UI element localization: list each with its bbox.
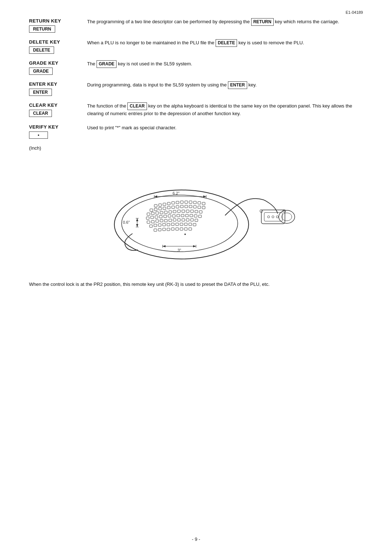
- page: E1-04189 RETURN KEY RETURN The programmi…: [0, 0, 392, 555]
- svg-rect-62: [186, 219, 189, 221]
- svg-rect-13: [202, 202, 205, 205]
- enter-inline-key: ENTER: [228, 81, 247, 89]
- svg-rect-84: [189, 228, 192, 230]
- svg-rect-78: [163, 228, 166, 231]
- svg-rect-3: [159, 204, 162, 206]
- svg-rect-45: [168, 215, 171, 217]
- svg-rect-58: [169, 219, 172, 222]
- svg-rect-18: [167, 206, 170, 209]
- svg-rect-4: [163, 203, 166, 206]
- svg-rect-51: [194, 215, 197, 217]
- svg-rect-5: [167, 202, 170, 205]
- svg-rect-83: [184, 228, 187, 230]
- svg-rect-66: [154, 224, 157, 227]
- svg-rect-21: [180, 205, 183, 208]
- verify-key-col: VERIFY KEY •: [29, 124, 87, 139]
- clear-key-btn: CLEAR: [29, 110, 52, 117]
- svg-rect-38: [195, 210, 198, 213]
- svg-rect-35: [182, 210, 185, 212]
- page-number: - 9 -: [192, 536, 200, 542]
- delete-key-label: DELETE KEY: [29, 39, 60, 45]
- svg-point-91: [282, 213, 292, 221]
- verify-desc: Used to print "*" mark as special charac…: [87, 124, 363, 132]
- svg-rect-47: [177, 214, 180, 217]
- svg-rect-80: [171, 228, 174, 230]
- grade-key-section: GRADE KEY GRADE The GRADE key is not use…: [29, 60, 363, 75]
- svg-rect-23: [189, 205, 192, 208]
- svg-marker-108: [193, 245, 196, 247]
- clear-key-col: CLEAR KEY CLEAR: [29, 102, 87, 117]
- svg-rect-55: [156, 220, 159, 222]
- svg-rect-30: [160, 211, 163, 214]
- svg-rect-79: [167, 228, 170, 231]
- svg-marker-103: [136, 224, 138, 227]
- svg-rect-8: [180, 201, 183, 203]
- delete-desc: When a PLU is no longer to be maintained…: [87, 39, 363, 47]
- svg-rect-22: [185, 205, 188, 208]
- svg-point-87: [268, 216, 270, 218]
- enter-key-btn: ENTER: [29, 89, 52, 96]
- label-6-2: 6.2": [172, 191, 179, 195]
- svg-rect-61: [182, 219, 185, 221]
- svg-rect-16: [159, 207, 162, 210]
- delete-key-btn: DELETE: [29, 46, 54, 54]
- svg-rect-6: [172, 202, 175, 204]
- grade-key-label: GRADE KEY: [29, 60, 58, 66]
- svg-rect-67: [158, 224, 161, 226]
- verify-key-label: VERIFY KEY: [29, 124, 58, 130]
- enter-key-label: ENTER KEY: [29, 81, 57, 87]
- svg-rect-59: [173, 219, 176, 221]
- svg-rect-29: [156, 212, 159, 214]
- svg-rect-54: [151, 220, 154, 223]
- svg-rect-28: [151, 212, 154, 215]
- svg-rect-46: [172, 215, 175, 217]
- svg-rect-31: [164, 211, 167, 214]
- grade-key-btn: GRADE: [29, 68, 53, 75]
- svg-rect-72: [180, 223, 183, 226]
- svg-point-1: [122, 195, 238, 252]
- page-ref: E1-04189: [346, 10, 363, 15]
- svg-rect-26: [202, 206, 205, 209]
- return-key-label: RETURN KEY: [29, 18, 61, 24]
- keyboard-diagram: 6.2" 0.6" 3": [83, 157, 309, 270]
- delete-inline-key: DELETE: [216, 39, 237, 47]
- svg-rect-73: [184, 223, 187, 226]
- clear-key-section: CLEAR KEY CLEAR The function of the CLEA…: [29, 102, 363, 118]
- label-0-6: 0.6": [123, 220, 130, 224]
- svg-rect-33: [173, 210, 176, 213]
- footer-text: When the control lock is at the PR2 posi…: [29, 281, 341, 288]
- grade-key-col: GRADE KEY GRADE: [29, 60, 87, 75]
- svg-rect-36: [186, 210, 189, 212]
- enter-key-section: ENTER KEY ENTER During programming, data…: [29, 81, 363, 96]
- diagram-area: 6.2" 0.6" 3": [29, 157, 363, 270]
- svg-rect-43: [159, 215, 162, 218]
- svg-rect-37: [191, 210, 193, 212]
- svg-rect-69: [167, 223, 170, 226]
- svg-rect-40: [146, 217, 149, 219]
- svg-rect-56: [160, 219, 163, 222]
- svg-rect-52: [199, 215, 201, 218]
- svg-rect-24: [193, 206, 196, 208]
- svg-rect-82: [180, 228, 183, 230]
- svg-rect-10: [189, 201, 192, 203]
- svg-rect-48: [181, 214, 184, 217]
- delete-key-section: DELETE KEY DELETE When a PLU is no longe…: [29, 39, 363, 54]
- inch-label: (Inch): [29, 145, 363, 151]
- verify-key-section: VERIFY KEY • Used to print "*" mark as s…: [29, 124, 363, 139]
- svg-rect-32: [169, 211, 172, 213]
- svg-rect-19: [172, 206, 175, 208]
- svg-rect-81: [176, 228, 179, 230]
- svg-rect-60: [177, 219, 180, 221]
- svg-rect-50: [190, 214, 193, 217]
- svg-marker-98: [203, 195, 206, 198]
- return-key-section: RETURN KEY RETURN The programming of a t…: [29, 18, 363, 33]
- label-3: 3": [177, 248, 181, 252]
- svg-point-90: [279, 210, 295, 223]
- svg-rect-49: [185, 214, 188, 217]
- svg-rect-41: [151, 216, 154, 219]
- svg-rect-2: [154, 204, 157, 207]
- svg-rect-64: [195, 219, 198, 222]
- svg-rect-14: [150, 209, 153, 211]
- svg-rect-77: [158, 228, 161, 231]
- enter-key-col: ENTER KEY ENTER: [29, 81, 87, 96]
